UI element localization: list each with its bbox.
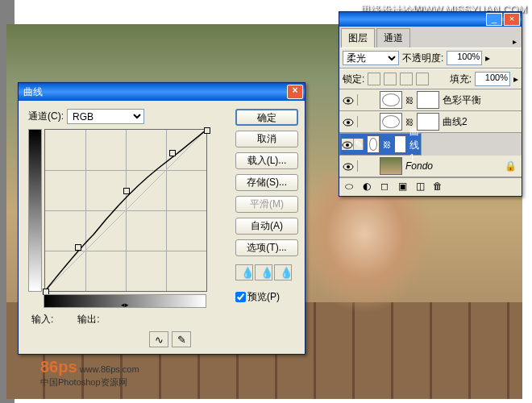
black-point-eyedropper[interactable]: 💧 xyxy=(235,264,253,280)
new-layer-icon[interactable]: ◫ xyxy=(414,181,426,193)
image-figure xyxy=(281,173,490,375)
gray-point-eyedropper[interactable]: 💧 xyxy=(255,264,272,280)
visibility-toggle[interactable] xyxy=(339,160,358,172)
layer-row[interactable]: Fondo 🔒 xyxy=(339,156,522,177)
adjustment-thumb[interactable] xyxy=(367,135,379,153)
layer-name[interactable]: Fondo xyxy=(405,160,505,172)
layer-row[interactable]: ⛓ 曲线2 xyxy=(339,111,522,133)
smooth-button[interactable]: 平滑(M) xyxy=(235,196,298,213)
svg-point-5 xyxy=(346,143,349,147)
logo-brand: 86ps xyxy=(40,358,77,376)
fill-field[interactable]: 100% xyxy=(475,72,510,86)
lock-paint-button[interactable] xyxy=(384,73,397,85)
link-column[interactable]: ✎ xyxy=(354,139,364,150)
dialog-titlebar[interactable]: 曲线 × xyxy=(19,83,305,101)
layer-list: ⛓ 色彩平衡 ⛓ 曲线2 ✎ ⛓ 曲线1 Fondo 🔒 xyxy=(339,89,522,177)
blend-row: 柔光 不透明度: 100% ▸ xyxy=(339,48,522,69)
visibility-toggle[interactable] xyxy=(342,139,354,150)
output-gradient xyxy=(28,129,42,292)
tab-channels[interactable]: 通道 xyxy=(376,28,410,48)
layer-row[interactable]: ⛓ 色彩平衡 xyxy=(339,89,522,111)
dialog-close-button[interactable]: × xyxy=(287,85,303,99)
mask-thumb[interactable] xyxy=(417,113,439,131)
link-layers-icon[interactable]: ⬭ xyxy=(343,181,355,193)
ok-button[interactable]: 确定 xyxy=(235,109,298,126)
layer-style-icon[interactable]: ◐ xyxy=(360,181,373,193)
curve-line[interactable] xyxy=(45,130,206,291)
channel-select[interactable]: RGB xyxy=(67,109,144,124)
layers-panel: _ × 图层 通道 ▸ 柔光 不透明度: 100% ▸ 锁定: 填充: 100%… xyxy=(339,11,522,197)
panel-bottom-bar: ⬭ ◐ ◻ ▣ ◫ 🗑 xyxy=(339,177,522,196)
mask-link-icon[interactable]: ⛓ xyxy=(383,140,391,149)
fill-arrow-icon[interactable]: ▸ xyxy=(513,73,518,85)
tab-layers[interactable]: 图层 xyxy=(341,28,375,48)
eyedropper-row: 💧 💧 💧 xyxy=(235,264,298,280)
layer-name[interactable]: 曲线1 xyxy=(409,125,419,164)
layer-row-selected[interactable]: ✎ ⛓ 曲线1 xyxy=(339,133,422,156)
preview-checkbox[interactable] xyxy=(235,292,246,302)
lock-label: 锁定: xyxy=(343,73,364,86)
curve-tools: ∿ ✎ xyxy=(149,331,229,347)
svg-point-7 xyxy=(347,165,350,168)
save-button[interactable]: 存储(S)... xyxy=(235,174,298,191)
channel-row: 通道(C): RGB xyxy=(28,109,229,124)
panel-menu-arrow[interactable]: ▸ xyxy=(509,35,520,48)
dialog-title: 曲线 xyxy=(23,85,287,99)
visibility-toggle[interactable] xyxy=(339,94,358,106)
preview-label: 预览(P) xyxy=(247,290,280,304)
curve-grid[interactable] xyxy=(44,129,207,292)
curve-point[interactable] xyxy=(123,188,130,194)
layer-name[interactable]: 曲线2 xyxy=(443,115,522,129)
delete-layer-icon[interactable]: 🗑 xyxy=(431,181,444,193)
curve-area xyxy=(28,129,229,292)
opacity-arrow-icon[interactable]: ▸ xyxy=(485,52,490,64)
input-gradient: ◂▸ xyxy=(44,294,206,308)
opacity-label: 不透明度: xyxy=(402,52,443,65)
layer-name[interactable]: 色彩平衡 xyxy=(443,93,522,107)
dialog-right: 确定 取消 载入(L)... 存储(S)... 平滑(M) 自动(A) 选项(T… xyxy=(235,109,298,347)
layer-mask-icon[interactable]: ◻ xyxy=(378,181,391,193)
preview-checkbox-row[interactable]: 预览(P) xyxy=(235,290,298,304)
adjustment-thumb[interactable] xyxy=(380,91,402,109)
load-button[interactable]: 载入(L)... xyxy=(235,152,298,169)
logo-tagline: 中国Photoshop资源网 xyxy=(40,377,127,387)
curve-point[interactable] xyxy=(169,150,176,156)
panel-titlebar[interactable]: _ × xyxy=(339,12,522,27)
lock-position-button[interactable] xyxy=(400,73,413,85)
fill-label: 填充: xyxy=(450,73,472,86)
lock-icon: 🔒 xyxy=(505,160,517,172)
adjustment-thumb[interactable] xyxy=(380,113,402,131)
logo-url: www.86ps.com xyxy=(80,364,139,374)
blend-mode-select[interactable]: 柔光 xyxy=(343,51,399,65)
channel-label: 通道(C): xyxy=(28,110,64,123)
panel-tabs: 图层 通道 ▸ xyxy=(339,27,522,48)
svg-line-8 xyxy=(45,130,206,291)
options-button[interactable]: 选项(T)... xyxy=(235,239,298,256)
gradient-slider[interactable]: ◂▸ xyxy=(118,301,131,309)
curve-pencil-tool[interactable]: ✎ xyxy=(172,331,191,347)
svg-point-1 xyxy=(347,99,350,102)
mask-thumb[interactable] xyxy=(394,135,406,153)
mask-thumb[interactable] xyxy=(417,91,439,109)
curve-point[interactable] xyxy=(75,244,81,251)
io-row: 输入: 输出: xyxy=(31,313,229,326)
visibility-toggle[interactable] xyxy=(339,116,358,127)
lock-all-button[interactable] xyxy=(416,73,429,85)
mask-link-icon[interactable]: ⛓ xyxy=(405,96,414,105)
curve-point-tool[interactable]: ∿ xyxy=(149,331,168,347)
auto-button[interactable]: 自动(A) xyxy=(235,218,298,235)
input-label: 输入: xyxy=(31,313,53,326)
opacity-field[interactable]: 100% xyxy=(447,51,482,65)
white-point-eyedropper[interactable]: 💧 xyxy=(274,264,292,280)
output-label: 输出: xyxy=(77,313,99,326)
panel-close-button[interactable]: × xyxy=(504,13,520,26)
panel-minimize-button[interactable]: _ xyxy=(486,13,502,26)
new-group-icon[interactable]: ▣ xyxy=(396,181,409,193)
curve-point[interactable] xyxy=(204,127,210,134)
watermark-logo: 86ps www.86ps.com 中国Photoshop资源网 xyxy=(40,358,139,388)
lock-transparency-button[interactable] xyxy=(368,73,380,85)
image-thumb[interactable] xyxy=(380,157,402,175)
cancel-button[interactable]: 取消 xyxy=(235,131,298,147)
dialog-body: 通道(C): RGB xyxy=(19,101,305,354)
curves-dialog: 曲线 × 通道(C): RGB xyxy=(18,82,305,355)
